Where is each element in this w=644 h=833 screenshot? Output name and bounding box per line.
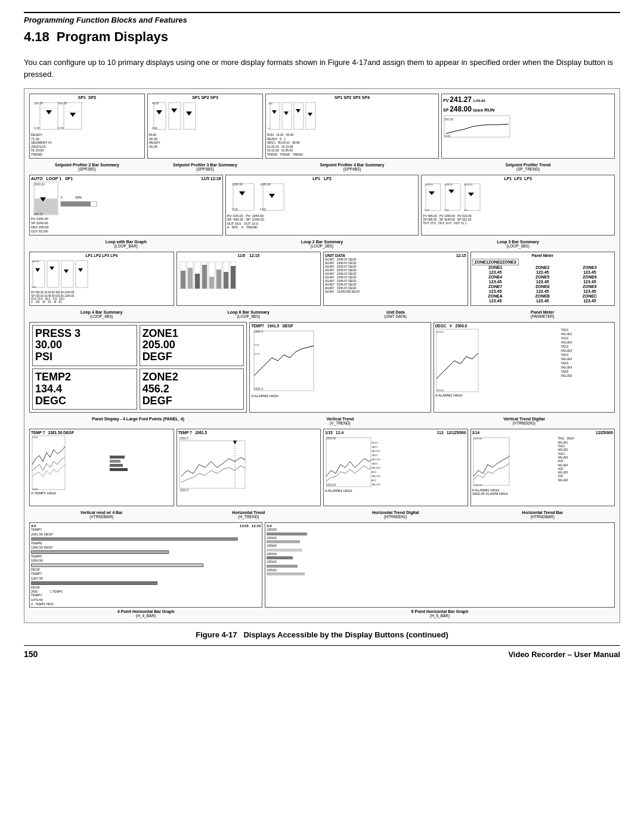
spp3bs-label: Setpoint Profiler 3 Bar Summary (SPP3BS) bbox=[147, 161, 263, 171]
panmeter-val3-row1: 123.45 bbox=[566, 270, 613, 274]
svg-text:1500.00: 1500.00 bbox=[232, 182, 243, 186]
svg-text:2500.00: 2500.00 bbox=[326, 437, 336, 440]
svg-text:0.00: 0.00 bbox=[260, 208, 266, 211]
h4bar-val4: DEGF bbox=[31, 586, 261, 590]
panmeter-zone2-row1: ZONE2 bbox=[519, 265, 566, 270]
loop-bar-loop-label: AUTO LOOP 1 SP1 bbox=[31, 176, 73, 181]
panel4-press-tag: PRESS 3 bbox=[35, 328, 134, 340]
row4-displays: PRESS 3 30.00 PSI ZONE1 205.00 DEGF TEMP… bbox=[29, 322, 615, 413]
vtrndbar-tag: TEMP 7 2261.50 DEGF bbox=[31, 431, 74, 435]
svg-rect-81 bbox=[195, 274, 200, 289]
loop8bs-chart bbox=[178, 259, 320, 292]
panmeter-val4-row2: 123.45 bbox=[472, 280, 519, 284]
loop-bar-out: OUT 83.5% bbox=[31, 230, 221, 234]
vtrnddig-tag1: TAG1 bbox=[561, 328, 572, 332]
spp2bs-tag1: SP1 bbox=[78, 95, 86, 100]
panel4-temp2-unit: DEGC bbox=[35, 395, 134, 407]
svg-marker-13 bbox=[156, 110, 162, 114]
loop-bar-sp: SP 2000.00 bbox=[31, 221, 221, 225]
h6bar-display: 3.0 228160 228160 228160 228150 bbox=[265, 522, 615, 608]
svg-rect-101 bbox=[179, 441, 245, 488]
svg-rect-106 bbox=[326, 438, 371, 487]
vtrnddig-tag5: TAG5 bbox=[561, 361, 572, 366]
svg-rect-64 bbox=[76, 261, 88, 287]
h4bar-row1-bar bbox=[31, 537, 238, 541]
svg-marker-68 bbox=[78, 268, 83, 272]
section-header-text: Programming Function Blocks and Features bbox=[24, 16, 187, 24]
svg-text:AG5: AG5 bbox=[371, 479, 377, 482]
spp4bs-tag4: SP4 bbox=[362, 95, 370, 100]
h4bar-tag3: TEMP5 bbox=[31, 555, 261, 559]
spp3bs-chart: 40.00 0.00 bbox=[149, 100, 261, 132]
svg-text:2500: 2500 bbox=[32, 436, 38, 439]
page-container: Programming Function Blocks and Features… bbox=[0, 0, 644, 671]
svg-marker-24 bbox=[296, 109, 301, 113]
svg-text:2500.0: 2500.0 bbox=[254, 330, 264, 333]
svg-marker-23 bbox=[284, 112, 289, 115]
panel4-temp2-tag: TEMP2 bbox=[35, 371, 134, 383]
loop3bs-lp2: LP2 bbox=[514, 176, 522, 181]
htrndbar-time: 12/25/000 bbox=[596, 431, 613, 435]
svg-rect-40 bbox=[263, 184, 284, 210]
vtrndbar-display: TEMP 7 2261.50 DEGF 2500 1500 bbox=[29, 429, 174, 506]
spp2bs-display: SP1 SP2 500.00 0.00 500.00 0.00 bbox=[29, 94, 145, 159]
svg-text:VALUE2: VALUE2 bbox=[371, 458, 381, 461]
h4bar-display: 3.0 11/15 12:15 TEMP7 2261.50DEGF TEMP6 … bbox=[29, 522, 262, 608]
svg-text:5.00: 5.00 bbox=[444, 209, 450, 212]
panel4-zone2-unit: DEGF bbox=[143, 395, 242, 407]
panmeter-display: Panel Meter ZONE1ZONE2ZONE3 ZONE1 ZONE2 … bbox=[470, 252, 615, 306]
svg-rect-49 bbox=[426, 184, 441, 210]
loop3bs-lp3: LP3 bbox=[524, 176, 532, 181]
svg-rect-98 bbox=[32, 436, 65, 490]
vtrnddig-tag4: TAG4 bbox=[561, 353, 572, 357]
h6bar-tag3: 228160 bbox=[267, 544, 314, 548]
svg-text:1000.00: 1000.00 bbox=[260, 182, 271, 186]
svg-marker-3 bbox=[70, 113, 76, 117]
svg-rect-61 bbox=[33, 261, 45, 287]
row6-displays: 3.0 11/15 12:15 TEMP7 2261.50DEGF TEMP6 … bbox=[29, 522, 615, 608]
row2-labels: Loop with Bar Graph (LOOP_BAR) Loop 2 Ba… bbox=[29, 238, 615, 248]
svg-rect-86 bbox=[231, 266, 236, 289]
panel4-zone1-val: 205.00 bbox=[143, 339, 242, 351]
svg-text:40.00: 40.00 bbox=[152, 102, 159, 105]
lp1-label: LP1 bbox=[312, 176, 320, 181]
vtrnddig-label: Vertical Trend Digital (VTRNDDIG) bbox=[434, 415, 615, 425]
h4bar-row3-bar bbox=[31, 563, 203, 567]
loop2bs-label: Loop 2 Bar Summary (LOOP_2BS) bbox=[225, 238, 419, 248]
svg-marker-22 bbox=[272, 110, 277, 114]
svg-marker-65 bbox=[35, 268, 40, 272]
vtrnddig-chart: 2500.0 1050.0 bbox=[435, 328, 560, 394]
loop-bar-pv: PV 2205.00 bbox=[31, 217, 221, 221]
panel4-label: Panel Display - 4 Large Font Points (PAN… bbox=[29, 415, 247, 425]
spp3bs-display: SP1 SP2 SP3 40.00 0.00 RUN 40.00 bbox=[147, 94, 263, 159]
panmeter-val5-row2: 123.45 bbox=[519, 280, 566, 284]
svg-text:1946: 1946 bbox=[254, 343, 260, 346]
panmeter-label: Panel Meter (PANMETER) bbox=[470, 308, 615, 318]
zone1-label: ZONE1 bbox=[475, 260, 488, 264]
htrnddig-time2: 113 12/125/000 bbox=[437, 431, 466, 435]
svg-marker-54 bbox=[468, 193, 474, 196]
panel4-press-val: 30.00 bbox=[35, 339, 134, 351]
svg-text:0.0: 0.0 bbox=[464, 209, 467, 212]
panmeter-valc-row4: 123.45 bbox=[566, 299, 613, 303]
panmeter-zone5-row2: ZONE5 bbox=[519, 275, 566, 279]
vtrnddig-tag3: TAG3 bbox=[561, 345, 572, 349]
svg-rect-83 bbox=[209, 277, 214, 289]
figure-caption-bold: Figure 4-17 Displays Accessible by the D… bbox=[196, 630, 404, 639]
row1-displays: SP1 SP2 500.00 0.00 500.00 0.00 bbox=[29, 94, 615, 159]
svg-text:0                 100%: 0 100% bbox=[61, 196, 82, 199]
svg-rect-50 bbox=[445, 184, 460, 210]
h6bar-tag2: 228160 bbox=[267, 536, 314, 540]
svg-rect-120 bbox=[473, 438, 509, 485]
svg-text:600.00: 600.00 bbox=[34, 212, 44, 216]
loop-bar-dev: DEV 205.00 bbox=[31, 225, 221, 230]
svg-rect-63 bbox=[61, 261, 73, 287]
unit-data-label: Unit Data (UNIT DATA) bbox=[323, 308, 468, 318]
htrnddig-chart: 2500.00 1500.00 DEGF TAG1 VALUE1 TAG2 VA… bbox=[325, 435, 466, 488]
panmeter-zone6-row2: ZONE6 bbox=[566, 275, 613, 279]
loop3bs-label: Loop 3 Bar Summary (LOOP_3BS) bbox=[421, 238, 615, 248]
panel4-zone1-unit: DEGF bbox=[143, 351, 242, 363]
vtrnddig-val4: VALUE4 bbox=[561, 357, 572, 361]
svg-text:VALUE4: VALUE4 bbox=[371, 475, 381, 478]
loop-bar-display: AUTO LOOP 1 SP1 11/5 12:16 2500.00 600.0… bbox=[29, 175, 223, 236]
